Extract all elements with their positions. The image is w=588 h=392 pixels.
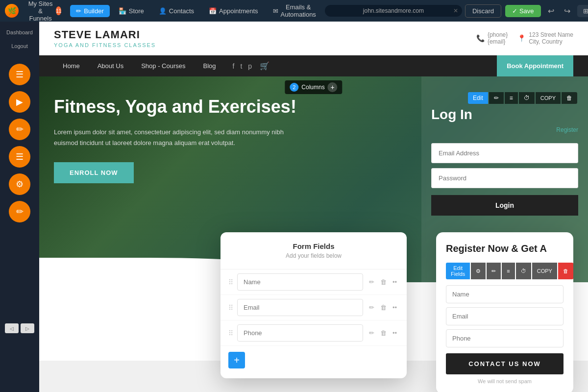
cart-icon[interactable]: 🛒 bbox=[260, 61, 270, 71]
form-field-phone-input[interactable] bbox=[237, 324, 363, 342]
password-input[interactable] bbox=[431, 168, 578, 188]
more-name-field-btn[interactable]: •• bbox=[391, 277, 399, 287]
scroll-indicators: ◁ ▷ bbox=[5, 323, 34, 333]
site-nav: Home About Us Shop - Courses Blog f t p … bbox=[39, 55, 588, 76]
form-field-name-input[interactable] bbox=[237, 273, 363, 291]
contact-us-now-btn[interactable]: CONTACT US NOW bbox=[446, 353, 564, 374]
address-line2: City, Country bbox=[529, 38, 573, 45]
register-modal: Register Now & Get A Edit Fields ⚙ ✏ ≡ ⏱… bbox=[436, 232, 573, 392]
delete-name-field-btn[interactable]: 🗑 bbox=[378, 277, 389, 287]
reg-lines-btn[interactable]: ≡ bbox=[502, 263, 514, 279]
timer-btn[interactable]: ⏱ bbox=[519, 92, 535, 104]
phone-placeholder: {phone} bbox=[488, 31, 508, 38]
nav-blog[interactable]: Blog bbox=[195, 55, 225, 76]
site-logo-tagline: YOGA AND FITNESS CLASSES bbox=[54, 42, 156, 48]
dashboard-icon: ⊞ bbox=[583, 7, 588, 15]
redo-button[interactable]: ↪ bbox=[561, 4, 573, 18]
contacts-label: Contacts bbox=[169, 7, 194, 15]
my-sites-count: 11 bbox=[56, 6, 61, 15]
register-link[interactable]: Register bbox=[431, 126, 578, 133]
builder-button[interactable]: ✏ Builder bbox=[70, 5, 109, 17]
edit-email-field-btn[interactable]: ✏ bbox=[367, 303, 376, 312]
sidebar-btn-tools[interactable]: ✏ bbox=[9, 201, 30, 222]
nav-home[interactable]: Home bbox=[54, 55, 89, 76]
social-links: f t p bbox=[233, 62, 252, 70]
lines-btn[interactable]: ≡ bbox=[505, 92, 518, 104]
modal-header: Form Fields Add your fields below bbox=[220, 232, 407, 270]
nav-about[interactable]: About Us bbox=[89, 55, 132, 76]
url-clear-icon[interactable]: ✕ bbox=[453, 7, 458, 14]
edit-phone-field-btn[interactable]: ✏ bbox=[367, 328, 376, 338]
pinterest-icon[interactable]: p bbox=[248, 62, 252, 70]
discard-button[interactable]: Discard bbox=[465, 4, 501, 18]
scroll-right-btn[interactable]: ▷ bbox=[21, 323, 34, 333]
appointments-label: Appointments bbox=[219, 7, 258, 15]
builder-label: Builder bbox=[84, 7, 103, 15]
more-email-field-btn[interactable]: •• bbox=[391, 303, 399, 312]
sidebar-btn-sections[interactable]: ☰ bbox=[9, 146, 30, 168]
pencil-btn[interactable]: ✏ bbox=[489, 92, 504, 104]
add-column-btn[interactable]: + bbox=[328, 82, 338, 92]
contacts-button[interactable]: 👤 Contacts bbox=[153, 5, 200, 17]
site-header-contact: 📞 {phone} {email} 📍 123 Street Name City… bbox=[476, 31, 573, 45]
url-input[interactable] bbox=[325, 5, 462, 17]
store-button[interactable]: 🏪 Store bbox=[113, 5, 150, 17]
facebook-icon[interactable]: f bbox=[233, 62, 235, 70]
url-bar-container: ✕ bbox=[325, 5, 462, 17]
register-email-input[interactable] bbox=[446, 307, 564, 325]
hero-title: Fitness, Yoga and Exercises! bbox=[54, 96, 299, 117]
sidebar-logout[interactable]: Logout bbox=[0, 40, 39, 52]
discard-label: Discard bbox=[472, 7, 494, 15]
add-field-btn[interactable]: + bbox=[228, 352, 245, 368]
reg-edit-fields-btn[interactable]: Edit Fields bbox=[446, 263, 470, 279]
email-input[interactable] bbox=[431, 143, 578, 163]
reg-copy-btn[interactable]: COPY bbox=[532, 263, 557, 279]
copy-btn[interactable]: COPY bbox=[536, 92, 561, 104]
main-content: STEVE LAMARI YOGA AND FITNESS CLASSES 📞 … bbox=[39, 22, 588, 392]
logo-icon: 🌿 bbox=[8, 7, 16, 15]
sidebar-btn-menu[interactable]: ☰ bbox=[9, 64, 30, 85]
book-appointment-btn[interactable]: Book Appointment bbox=[497, 55, 573, 76]
sidebar-btn-settings[interactable]: ⚙ bbox=[9, 173, 30, 195]
drag-handle-email[interactable]: ⠿ bbox=[228, 304, 233, 312]
store-icon: 🏪 bbox=[119, 7, 126, 15]
scroll-left-btn[interactable]: ◁ bbox=[5, 323, 19, 333]
emails-button[interactable]: ✉ Emails & Automations bbox=[267, 1, 322, 21]
save-button[interactable]: ✓ Save bbox=[505, 5, 541, 17]
enroll-now-btn[interactable]: ENROLL NOW bbox=[54, 162, 134, 183]
reg-pencil-btn[interactable]: ✏ bbox=[487, 263, 501, 279]
my-sites-button[interactable]: My Sites & Funnels 11 bbox=[22, 0, 67, 24]
reg-trash-btn[interactable]: 🗑 bbox=[558, 263, 573, 279]
nav-shop[interactable]: Shop - Courses bbox=[132, 55, 194, 76]
delete-btn[interactable]: 🗑 bbox=[562, 92, 577, 104]
sidebar-btn-media[interactable]: ▶ bbox=[9, 91, 30, 113]
edit-btn[interactable]: Edit bbox=[468, 92, 488, 104]
edit-name-field-btn[interactable]: ✏ bbox=[367, 277, 376, 287]
register-name-input[interactable] bbox=[446, 285, 564, 303]
dashboard-button[interactable]: ⊞ Dashboard bbox=[577, 5, 588, 17]
appointments-icon: 📅 bbox=[209, 7, 217, 15]
form-field-email-input[interactable] bbox=[237, 299, 363, 316]
undo-button[interactable]: ↩ bbox=[545, 4, 557, 18]
twitter-icon[interactable]: t bbox=[240, 62, 242, 70]
drag-handle-phone[interactable]: ⠿ bbox=[228, 329, 233, 337]
drag-handle-name[interactable]: ⠿ bbox=[228, 278, 233, 286]
login-title: Log In bbox=[431, 107, 578, 122]
delete-email-field-btn[interactable]: 🗑 bbox=[378, 303, 389, 312]
reg-clock-btn[interactable]: ⏱ bbox=[516, 263, 531, 279]
register-title: Register Now & Get A bbox=[446, 242, 564, 255]
more-phone-field-btn[interactable]: •• bbox=[391, 328, 399, 338]
location-icon: 📍 bbox=[517, 34, 526, 42]
form-field-email-row: ⠿ ✏ 🗑 •• bbox=[220, 295, 407, 320]
form-field-name-row: ⠿ ✏ 🗑 •• bbox=[220, 270, 407, 295]
register-phone-input[interactable] bbox=[446, 329, 564, 347]
emails-icon: ✉ bbox=[273, 7, 278, 15]
sidebar: Dashboard Logout ☰ ▶ ✏ ☰ ⚙ ✏ ◁ ▷ bbox=[0, 22, 39, 392]
sidebar-dashboard[interactable]: Dashboard bbox=[0, 26, 39, 38]
appointments-button[interactable]: 📅 Appointments bbox=[203, 5, 264, 17]
sidebar-btn-edit[interactable]: ✏ bbox=[9, 119, 30, 140]
column-count-badge: 2 bbox=[290, 83, 298, 92]
delete-phone-field-btn[interactable]: 🗑 bbox=[378, 328, 389, 338]
reg-gear-btn[interactable]: ⚙ bbox=[471, 263, 486, 279]
login-btn[interactable]: Login bbox=[431, 195, 578, 216]
